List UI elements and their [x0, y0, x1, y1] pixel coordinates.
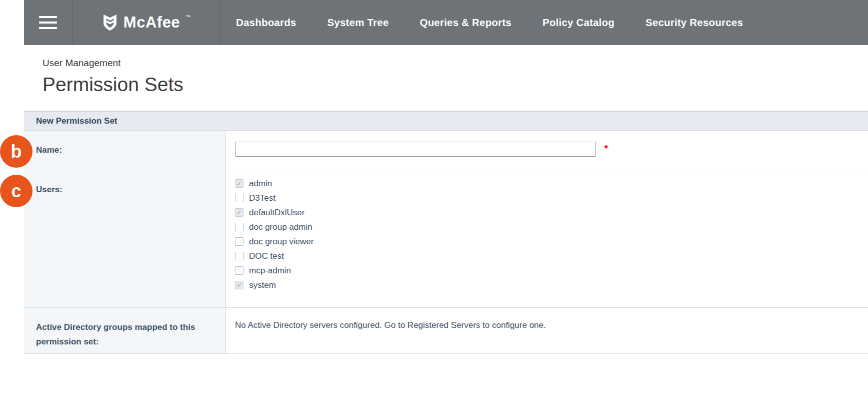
ad-groups-value-cell: No Active Directory servers configured. … — [226, 308, 868, 353]
name-row: Name: * — [24, 131, 868, 170]
user-checkbox-option[interactable]: system — [235, 278, 856, 292]
name-label-cell: Name: — [24, 131, 226, 170]
trademark-symbol: ™ — [186, 14, 190, 20]
nav-item[interactable]: Queries & Reports — [404, 17, 526, 29]
checkbox[interactable] — [235, 237, 244, 246]
mcafee-logo[interactable]: McAfee ™ — [72, 0, 220, 45]
ad-groups-row: Active Directory groups mapped to this p… — [24, 308, 868, 354]
annotation-letter: c — [11, 181, 21, 202]
section-header: New Permission Set — [24, 112, 868, 131]
annotation-badge-c: c — [0, 175, 32, 207]
new-permission-set-panel: New Permission Set Name: * Users: admin … — [24, 111, 868, 354]
hamburger-icon — [39, 16, 57, 18]
required-asterisk: * — [604, 143, 608, 154]
user-checkbox-label: system — [249, 280, 276, 290]
checkbox[interactable] — [235, 266, 244, 275]
users-label-cell: Users: — [24, 170, 226, 307]
hamburger-icon — [39, 22, 57, 24]
name-label: Name: — [36, 145, 62, 155]
mcafee-shield-icon — [102, 13, 118, 32]
menu-button[interactable] — [24, 0, 72, 45]
breadcrumb: User Management — [42, 58, 868, 69]
user-checkbox-option[interactable]: doc group viewer — [235, 234, 856, 249]
checkbox[interactable] — [235, 208, 244, 217]
annotation-badge-b: b — [0, 135, 32, 168]
user-checkbox-label: doc group viewer — [249, 237, 314, 247]
users-checkbox-list: admin D3Test defaultDxlUser doc group ad… — [235, 176, 856, 292]
users-value-cell: admin D3Test defaultDxlUser doc group ad… — [226, 170, 868, 307]
nav-item[interactable]: Dashboards — [220, 17, 312, 29]
checkbox[interactable] — [235, 281, 244, 289]
primary-nav: Dashboards System Tree Queries & Reports… — [220, 0, 758, 45]
ad-groups-message: No Active Directory servers configured. … — [235, 320, 546, 330]
main-content: User Management Permission Sets New Perm… — [24, 45, 868, 398]
nav-item[interactable]: System Tree — [312, 17, 404, 29]
user-checkbox-option[interactable]: doc group admin — [235, 220, 856, 234]
page-title: Permission Sets — [42, 74, 868, 96]
user-checkbox-option[interactable]: DOC test — [235, 249, 856, 263]
checkbox[interactable] — [235, 223, 244, 231]
checkbox[interactable] — [235, 179, 244, 188]
checkbox[interactable] — [235, 194, 244, 202]
checkbox[interactable] — [235, 252, 244, 260]
user-checkbox-option[interactable]: admin — [235, 176, 856, 191]
name-value-cell: * — [226, 131, 868, 170]
users-label: Users: — [36, 185, 62, 194]
user-checkbox-label: doc group admin — [249, 222, 312, 232]
users-row: Users: admin D3Test defaultDxlUser doc g… — [24, 170, 868, 308]
user-checkbox-option[interactable]: mcp-admin — [235, 263, 856, 278]
top-navigation-bar: McAfee ™ Dashboards System Tree Queries … — [24, 0, 868, 45]
user-checkbox-label: defaultDxlUser — [249, 208, 305, 218]
user-checkbox-label: DOC test — [249, 251, 284, 261]
user-checkbox-label: admin — [249, 179, 272, 189]
name-input[interactable] — [235, 142, 596, 157]
hamburger-icon — [39, 27, 57, 29]
nav-item[interactable]: Policy Catalog — [527, 17, 630, 29]
user-checkbox-option[interactable]: defaultDxlUser — [235, 205, 856, 220]
brand-name: McAfee — [124, 14, 180, 32]
user-checkbox-label: mcp-admin — [249, 266, 291, 276]
page-head: User Management Permission Sets — [24, 45, 868, 96]
user-checkbox-option[interactable]: D3Test — [235, 191, 856, 205]
ad-groups-label: Active Directory groups mapped to this p… — [36, 322, 195, 346]
ad-groups-label-cell: Active Directory groups mapped to this p… — [24, 308, 226, 353]
annotation-letter: b — [11, 141, 22, 162]
user-checkbox-label: D3Test — [249, 193, 276, 203]
nav-item[interactable]: Security Resources — [630, 17, 758, 29]
